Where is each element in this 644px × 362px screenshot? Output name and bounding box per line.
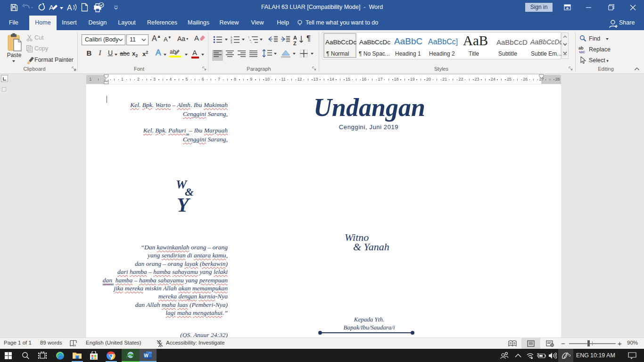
svg-text:3: 3 <box>231 41 232 43</box>
svg-text:x: x <box>74 343 76 347</box>
svg-text:ac: ac <box>580 49 585 54</box>
svg-text:W: W <box>144 353 149 358</box>
svg-text:i: i <box>251 41 251 43</box>
